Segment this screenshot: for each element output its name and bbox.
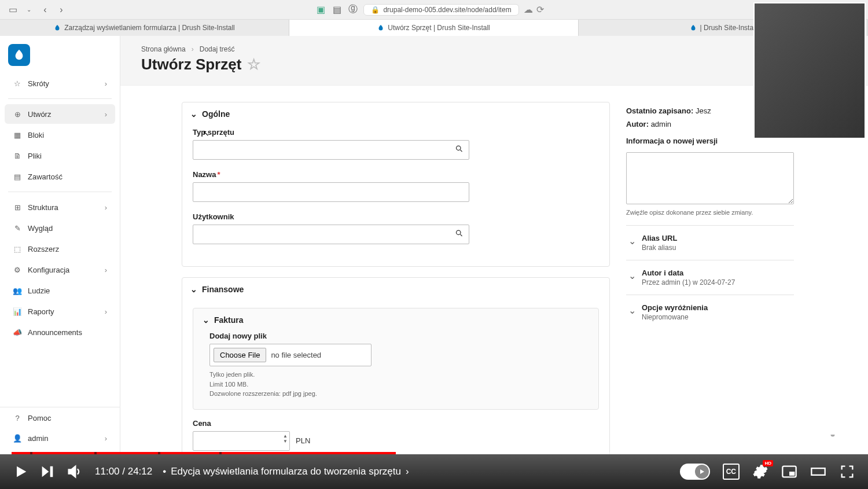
- dropdown-icon[interactable]: ⌄: [23, 4, 35, 16]
- autoplay-toggle[interactable]: [680, 464, 710, 480]
- fullscreen-button[interactable]: [839, 464, 855, 480]
- chevron-down-icon: ⌄: [628, 270, 636, 281]
- sidebar-item-files[interactable]: 🗎 Pliki: [5, 146, 115, 166]
- panel-header-invoice[interactable]: ⌄ Faktura: [193, 308, 598, 332]
- theater-button[interactable]: [810, 464, 826, 480]
- currency-label: PLN: [296, 436, 310, 445]
- panel-header-general[interactable]: ⌄ Ogólne: [182, 102, 609, 126]
- sidebar-item-structure[interactable]: ⊞ Struktura ›: [5, 197, 115, 217]
- svg-rect-10: [789, 472, 795, 476]
- stepper-up-icon[interactable]: ▲: [283, 433, 288, 439]
- translate-icon[interactable]: ⓖ: [347, 4, 359, 16]
- play-button[interactable]: [13, 464, 29, 480]
- cloud-icon[interactable]: ☁: [524, 4, 533, 15]
- settings-button[interactable]: HD: [752, 464, 768, 480]
- grid-icon: ▦: [13, 130, 22, 139]
- chevron-right-icon: ›: [105, 434, 107, 443]
- volume-button[interactable]: [66, 464, 82, 480]
- favorite-star-icon[interactable]: ☆: [247, 56, 260, 73]
- sub-panel-invoice: ⌄ Faktura Dodaj nowy plik Choose File no…: [193, 308, 599, 410]
- panel-financial: ⌄ Finansowe ⌄ Faktura Dodaj nowy plik: [182, 277, 610, 454]
- meta-section-alias[interactable]: ⌄ Alias URL Brak aliasu: [626, 225, 794, 260]
- sidebar-item-blocks[interactable]: ▦ Bloki: [5, 125, 115, 145]
- chevron-down-icon: ⌄: [203, 315, 209, 325]
- chevron-right-icon: ›: [105, 266, 107, 274]
- sidebar-item-extend[interactable]: ⬚ Rozszerz: [5, 239, 115, 259]
- drupal-logo[interactable]: [8, 44, 30, 66]
- sidebar-item-content[interactable]: ▤ Zawartość: [5, 167, 115, 186]
- sidebar-item-appearance[interactable]: ✎ Wygląd: [5, 218, 115, 238]
- sidebar-item-reports[interactable]: 📊 Raporty ›: [5, 302, 115, 321]
- chevron-right-icon: ›: [105, 79, 107, 88]
- stepper-down-icon[interactable]: ▼: [283, 439, 288, 444]
- sidebar-item-admin[interactable]: 👤 admin ›: [5, 428, 115, 448]
- file-status: no file selected: [271, 351, 321, 359]
- sidebar-item-help[interactable]: ? Pomoc: [5, 408, 115, 428]
- drupal-icon: [13, 49, 25, 61]
- chevron-right-icon: ›: [105, 307, 107, 316]
- browser-tabs: Zarządzaj wyświetlaniem formularza | Dru…: [0, 20, 868, 36]
- breadcrumb-home[interactable]: Strona główna: [141, 45, 186, 53]
- breadcrumb-add[interactable]: Dodaj treść: [200, 45, 235, 53]
- sidebar-toggle-icon[interactable]: ▭: [7, 4, 19, 16]
- list-icon: ▤: [13, 172, 22, 181]
- sliders-icon: ⚙: [13, 265, 22, 274]
- star-icon: ☆: [13, 79, 22, 88]
- lock-icon: 🔒: [371, 6, 380, 14]
- forward-icon[interactable]: ›: [56, 4, 67, 16]
- label-user: Użytkownik: [193, 212, 599, 221]
- miniplayer-button[interactable]: [781, 464, 797, 480]
- chevron-down-icon: ⌄: [628, 236, 636, 247]
- chevron-right-icon: ›: [105, 110, 107, 119]
- meta-section-author[interactable]: ⌄ Autor i data Przez admin (1) w 2024-07…: [626, 260, 794, 295]
- chapter-title[interactable]: • Edycja wyświetlania formularza do twor…: [163, 466, 409, 477]
- chevron-down-icon: ⌄: [628, 305, 636, 316]
- reload-icon[interactable]: ⟳: [536, 4, 544, 15]
- revision-help: Zwięźle opisz dokonane przez siebie zmia…: [626, 209, 794, 216]
- page-title: Utwórz Sprzęt ☆: [141, 56, 847, 73]
- drupal-icon: [690, 24, 697, 31]
- drupal-icon: [377, 24, 384, 31]
- puzzle-icon: ⬚: [13, 244, 22, 253]
- choose-file-button[interactable]: Choose File: [214, 348, 266, 362]
- svg-rect-11: [811, 468, 825, 475]
- label-add-file: Dodaj nowy plik: [209, 332, 582, 340]
- browser-toolbar: ▭ ⌄ ‹ › ▣ ▤ ⓖ 🔒 drupal-demo-005.ddev.sit…: [0, 0, 868, 20]
- address-bar[interactable]: 🔒 drupal-demo-005.ddev.site/node/add/ite…: [363, 4, 518, 16]
- channel-watermark[interactable]: [821, 418, 845, 443]
- sidebar-item-shortcuts[interactable]: ☆ Skróty ›: [5, 73, 115, 93]
- next-button[interactable]: [39, 464, 56, 480]
- label-price: Cena: [193, 419, 599, 428]
- chevron-down-icon: ⌄: [190, 285, 197, 294]
- panel-header-financial[interactable]: ⌄ Finansowe: [182, 278, 609, 301]
- sidebar-item-create[interactable]: ⊕ Utwórz ›: [5, 104, 115, 124]
- megaphone-icon: 📣: [13, 328, 22, 337]
- time-display: 11:00 / 24:12: [95, 466, 152, 477]
- shield-icon[interactable]: ▣: [315, 4, 326, 16]
- breadcrumb: Strona główna › Dodaj treść: [141, 45, 847, 53]
- sidebar-item-people[interactable]: 👥 Ludzie: [5, 281, 115, 300]
- progress-bar[interactable]: [12, 452, 856, 454]
- chevron-right-icon: ›: [105, 203, 107, 212]
- url-text: drupal-demo-005.ddev.site/node/add/item: [383, 6, 511, 14]
- meta-sidebar: Ostatnio zapisano: Jesz Autor: admin Inf…: [626, 102, 794, 438]
- input-equipment-type[interactable]: [193, 140, 469, 160]
- plus-circle-icon: ⊕: [13, 109, 22, 119]
- input-name[interactable]: [193, 182, 469, 202]
- webcam-overlay: [753, 2, 866, 139]
- input-user[interactable]: [193, 225, 469, 244]
- back-icon[interactable]: ‹: [39, 4, 51, 16]
- input-price[interactable]: [193, 431, 290, 451]
- panel-general: ⌄ Ogólne Typ sprzętu Nazwa*: [182, 102, 610, 267]
- sidebar-item-config[interactable]: ⚙ Konfiguracja ›: [5, 260, 115, 280]
- sidebar-item-announcements[interactable]: 📣 Announcements: [5, 322, 115, 342]
- captions-button[interactable]: CC: [723, 464, 740, 480]
- meta-section-promo[interactable]: ⌄ Opcje wyróżnienia Niepromowane: [626, 295, 794, 329]
- user-icon: 👤: [13, 433, 22, 443]
- file-icon: 🗎: [13, 151, 22, 160]
- reader-icon[interactable]: ▤: [331, 4, 343, 16]
- browser-tab-1[interactable]: Zarządzaj wyświetlaniem formularza | Dru…: [0, 20, 289, 36]
- revision-textarea[interactable]: [626, 152, 794, 204]
- browser-tab-2[interactable]: Utwórz Sprzęt | Drush Site-Install: [289, 20, 579, 36]
- label-name: Nazwa*: [193, 170, 599, 179]
